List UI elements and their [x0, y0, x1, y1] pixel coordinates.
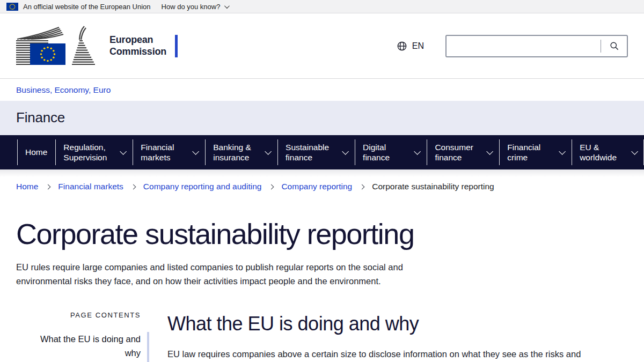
chevron-down-icon: [342, 148, 349, 155]
section-heading: What the EU is doing and why: [167, 312, 628, 335]
page-title: Corporate sustainability reporting: [16, 217, 628, 250]
nav-item-eu-worldwide[interactable]: EU & worldwide: [572, 135, 644, 169]
chevron-down-icon: [414, 148, 421, 155]
page-contents-nav: What the EU is doing and why: [16, 332, 149, 362]
site-name-banner: Finance: [0, 101, 644, 135]
classification-link[interactable]: Business, Economy, Euro: [16, 85, 111, 94]
page-contents-label: PAGE CONTENTS: [16, 311, 141, 319]
site-header: European Commission EN: [0, 13, 644, 78]
site-classification-row: Business, Economy, Euro: [0, 78, 644, 101]
nav-item-consumer-finance[interactable]: Consumer finance: [427, 135, 499, 169]
chevron-down-icon: [265, 148, 272, 155]
chevron-down-icon: [192, 148, 199, 155]
nav-item-home[interactable]: Home: [17, 135, 55, 169]
nav-item-digital-finance[interactable]: Digital finance: [355, 135, 427, 169]
page-head: Corporate sustainability reporting EU ru…: [0, 217, 644, 289]
nav-item-banking-insurance[interactable]: Banking & insurance: [205, 135, 277, 169]
site-name: Finance: [16, 109, 628, 126]
breadcrumb-current: Corporate sustainability reporting: [372, 182, 494, 191]
how-do-you-know-dropdown[interactable]: How do you know?: [162, 3, 229, 11]
chevron-right-icon: [46, 184, 51, 189]
search-button[interactable]: [601, 36, 627, 56]
nav-item-regulation-supervision[interactable]: Regulation, Supervision: [55, 135, 133, 169]
ec-logo-mark-icon: [16, 25, 98, 67]
chevron-down-icon: [559, 148, 566, 155]
breadcrumb-link-home[interactable]: Home: [16, 182, 38, 191]
breadcrumb-link-financial-markets[interactable]: Financial markets: [58, 182, 123, 191]
chevron-right-icon: [360, 184, 365, 189]
language-selector[interactable]: EN: [397, 41, 424, 51]
european-commission-logo[interactable]: European Commission: [16, 25, 178, 67]
chevron-down-icon: [487, 148, 494, 155]
ec-logo-blue-bar: [175, 35, 178, 57]
ec-logo-wordmark: European Commission: [109, 34, 166, 58]
breadcrumb-link-company-reporting[interactable]: Company reporting: [281, 182, 352, 191]
official-eu-banner: An official website of the European Unio…: [0, 0, 644, 13]
chevron-down-icon: [120, 148, 127, 155]
eu-flag-icon: [6, 3, 23, 11]
page-contents-sidebar: PAGE CONTENTS What the EU is doing and w…: [16, 311, 149, 362]
nav-item-financial-markets[interactable]: Financial markets: [133, 135, 205, 169]
chevron-right-icon: [269, 184, 274, 189]
page-intro: EU rules require large companies and lis…: [16, 260, 451, 289]
language-code: EN: [412, 41, 424, 51]
content-row: PAGE CONTENTS What the EU is doing and w…: [0, 289, 644, 362]
chevron-down-icon: [631, 148, 638, 155]
search-icon: [609, 41, 619, 51]
breadcrumb: Home Financial markets Company reporting…: [0, 169, 644, 205]
nav-item-sustainable-finance[interactable]: Sustainable finance: [277, 135, 355, 169]
breadcrumb-link-company-reporting-auditing[interactable]: Company reporting and auditing: [143, 182, 262, 191]
globe-icon: [397, 41, 407, 51]
chevron-right-icon: [130, 184, 136, 189]
section-body: EU law requires companies above a certai…: [167, 347, 628, 361]
nav-item-financial-crime[interactable]: Financial crime: [499, 135, 572, 169]
official-banner-text: An official website of the European Unio…: [23, 3, 151, 11]
main-content: What the EU is doing and why EU law requ…: [149, 311, 628, 362]
chevron-down-icon: [224, 3, 230, 9]
search-box: [445, 35, 628, 57]
search-input[interactable]: [447, 36, 601, 56]
toc-item-what-the-eu-is-doing[interactable]: What the EU is doing and why: [29, 332, 141, 360]
main-navigation: Home Regulation, Supervision Financial m…: [0, 135, 644, 169]
